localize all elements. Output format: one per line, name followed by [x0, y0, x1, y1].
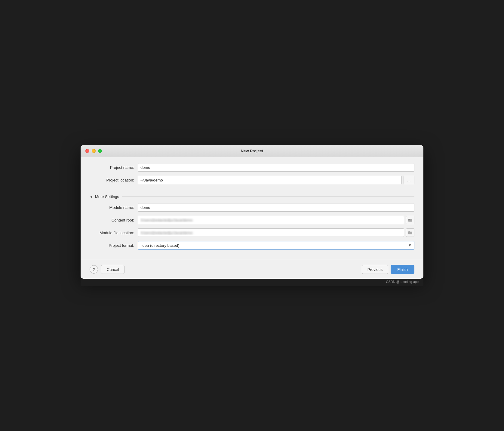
footer-left: ? Cancel — [90, 265, 124, 274]
svg-rect-3 — [408, 231, 410, 232]
module-file-location-row: Module file location: — [90, 228, 414, 237]
previous-button[interactable]: Previous — [362, 265, 389, 274]
more-settings-label: More Settings — [95, 194, 119, 199]
module-name-row: Module name: — [90, 203, 414, 212]
project-location-row-inner: ... — [138, 176, 414, 184]
traffic-lights — [85, 149, 102, 153]
collapse-arrow-icon[interactable]: ▼ — [90, 195, 93, 199]
dialog-content: Project name: Project location: ... ▼ Mo… — [81, 157, 423, 260]
minimize-button[interactable] — [92, 149, 96, 153]
project-name-row: Project name: — [90, 163, 414, 172]
content-root-row: Content root: — [90, 216, 414, 224]
close-button[interactable] — [85, 149, 89, 153]
project-location-row: Project location: ... — [90, 176, 414, 184]
project-format-dropdown[interactable]: .idea (directory based) ▼ — [138, 241, 414, 250]
module-name-label: Module name: — [90, 205, 138, 210]
module-file-location-input[interactable] — [138, 228, 404, 237]
project-format-value: .idea (directory based) — [140, 243, 179, 248]
title-bar: New Project — [81, 145, 423, 157]
browse-button[interactable]: ... — [404, 176, 414, 184]
module-file-location-label: Module file location: — [90, 231, 138, 235]
dialog-footer: ? Cancel Previous Finish — [81, 260, 423, 279]
project-location-label: Project location: — [90, 178, 138, 182]
content-root-label: Content root: — [90, 218, 138, 222]
project-format-label: Project format: — [90, 243, 138, 248]
dropdown-arrow-icon: ▼ — [408, 243, 412, 247]
more-settings-header: ▼ More Settings — [90, 194, 414, 199]
project-format-row: Project format: .idea (directory based) … — [90, 241, 414, 250]
new-project-dialog: New Project Project name: Project locati… — [81, 145, 423, 279]
module-file-input-row — [138, 228, 414, 237]
module-file-browse-button[interactable] — [406, 228, 414, 237]
content-root-browse-button[interactable] — [406, 216, 414, 224]
watermark: CSDN @a coding ape — [81, 279, 423, 286]
content-root-input-row — [138, 216, 414, 224]
window-title: New Project — [241, 149, 263, 153]
project-name-label: Project name: — [90, 165, 138, 170]
content-root-input[interactable] — [138, 216, 404, 224]
finish-button[interactable]: Finish — [391, 265, 414, 274]
maximize-button[interactable] — [98, 149, 102, 153]
cancel-button[interactable]: Cancel — [101, 265, 124, 274]
project-location-input[interactable] — [138, 176, 402, 184]
footer-right: Previous Finish — [362, 265, 414, 274]
module-name-input[interactable] — [138, 203, 414, 212]
help-button[interactable]: ? — [90, 265, 98, 274]
project-name-input[interactable] — [138, 163, 414, 172]
svg-rect-1 — [408, 219, 410, 220]
more-settings-divider — [122, 197, 414, 197]
more-settings-section: ▼ More Settings Module name: Content roo… — [90, 194, 414, 254]
